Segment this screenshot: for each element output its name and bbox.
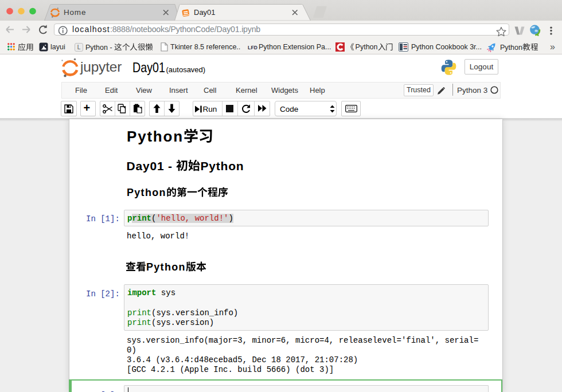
svg-text:L: L xyxy=(77,44,81,50)
